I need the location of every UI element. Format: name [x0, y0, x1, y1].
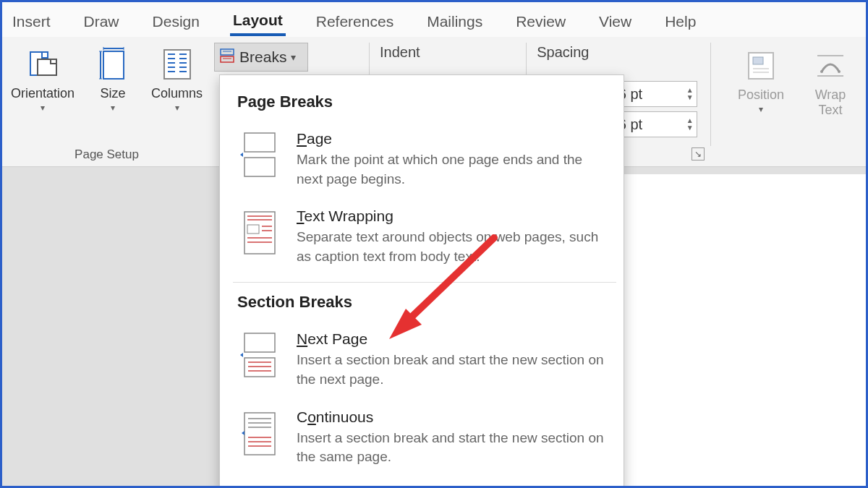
orientation-icon: [26, 43, 59, 86]
svg-rect-21: [221, 56, 234, 62]
spacing-label: Spacing: [527, 37, 710, 61]
tab-view[interactable]: View: [596, 9, 634, 35]
tab-design[interactable]: Design: [150, 9, 203, 35]
tab-draw[interactable]: Draw: [81, 9, 122, 35]
continuous-icon: [237, 408, 281, 459]
page-setup-group-label: Page Setup: [2, 147, 211, 162]
menu-item-page-title: Page: [297, 130, 608, 147]
chevron-down-icon: ▾: [291, 51, 296, 63]
size-icon: [96, 43, 129, 86]
size-button[interactable]: Size ▾: [85, 41, 141, 114]
menu-item-continuous[interactable]: Continuous Insert a section break and st…: [233, 401, 616, 479]
svg-rect-33: [244, 158, 275, 176]
menu-item-tw-title: Text Wrapping: [297, 207, 608, 225]
orientation-button[interactable]: Orientation ▾: [8, 41, 77, 114]
svg-rect-1: [38, 59, 56, 75]
svg-point-30: [820, 70, 823, 73]
chevron-down-icon: ▾: [759, 104, 763, 114]
menu-item-co-desc: Insert a section break and start the new…: [297, 429, 608, 467]
svg-rect-2: [103, 51, 124, 79]
svg-point-31: [838, 70, 841, 73]
position-icon: [746, 44, 776, 87]
menu-item-text-wrapping[interactable]: Text Wrapping Separate text around objec…: [233, 200, 616, 278]
dialog-launcher-icon[interactable]: ↘: [692, 147, 705, 160]
tab-mailings[interactable]: Mailings: [424, 9, 485, 35]
breaks-icon: [219, 48, 235, 67]
ribbon-tabs: Insert Draw Design Layout References Mai…: [2, 2, 866, 37]
chevron-down-icon: ▾: [111, 103, 115, 113]
svg-rect-25: [753, 57, 763, 64]
wrap-text-label: Wrap Text: [815, 87, 846, 118]
menu-item-np-title: Next Page: [297, 330, 608, 348]
svg-rect-32: [244, 133, 275, 152]
tab-help[interactable]: Help: [662, 9, 699, 35]
position-button[interactable]: Position ▾: [733, 43, 789, 166]
spinner-arrows-icon[interactable]: ▲▼: [686, 117, 694, 132]
menu-item-co-title: Continuous: [297, 408, 608, 426]
chevron-down-icon: ▾: [41, 103, 45, 113]
spinner-arrows-icon[interactable]: ▲▼: [686, 87, 694, 101]
menu-item-page[interactable]: Page Mark the point at which one page en…: [233, 123, 616, 200]
breaks-dropdown-menu: Page Breaks Page Mark the point at which…: [219, 74, 624, 488]
menu-item-np-desc: Insert a section break and start the new…: [297, 351, 608, 389]
document-page[interactable]: [620, 174, 866, 488]
breaks-label: Breaks: [239, 48, 286, 66]
next-page-icon: [237, 330, 281, 381]
indent-label: Indent: [370, 37, 526, 61]
breaks-button[interactable]: Breaks ▾: [214, 43, 308, 72]
columns-label: Columns: [151, 86, 203, 101]
columns-icon: [161, 43, 193, 86]
group-page-setup: Orientation ▾ Size ▾ Columns ▾: [2, 37, 211, 166]
size-label: Size: [101, 86, 126, 101]
menu-item-next-page[interactable]: Next Page Insert a section break and sta…: [233, 323, 616, 401]
tab-insert[interactable]: Insert: [9, 9, 54, 35]
word-app: Insert Draw Design Layout References Mai…: [2, 2, 866, 486]
tab-review[interactable]: Review: [513, 9, 569, 35]
arrange-group: Position ▾ Wrap Text: [711, 37, 866, 166]
wrap-text-icon: [814, 44, 846, 87]
page-break-icon: [237, 130, 281, 181]
svg-rect-34: [244, 212, 275, 254]
svg-rect-20: [221, 49, 234, 55]
svg-rect-24: [749, 53, 773, 79]
tab-references[interactable]: References: [313, 9, 396, 35]
menu-heading-page-breaks: Page Breaks: [237, 93, 616, 111]
svg-rect-42: [244, 333, 275, 352]
menu-item-page-desc: Mark the point at which one page ends an…: [297, 150, 608, 189]
wrap-text-button[interactable]: Wrap Text: [802, 43, 859, 166]
chevron-down-icon: ▾: [175, 103, 179, 113]
text-wrapping-icon: [237, 207, 281, 258]
menu-heading-section-breaks: Section Breaks: [237, 293, 616, 312]
svg-rect-43: [244, 358, 275, 377]
orientation-label: Orientation: [11, 86, 75, 101]
columns-button[interactable]: Columns ▾: [148, 41, 205, 114]
tab-layout[interactable]: Layout: [230, 7, 286, 36]
position-label: Position: [738, 87, 784, 103]
menu-separator: [233, 282, 616, 283]
menu-item-tw-desc: Separate text around objects on web page…: [297, 228, 608, 266]
